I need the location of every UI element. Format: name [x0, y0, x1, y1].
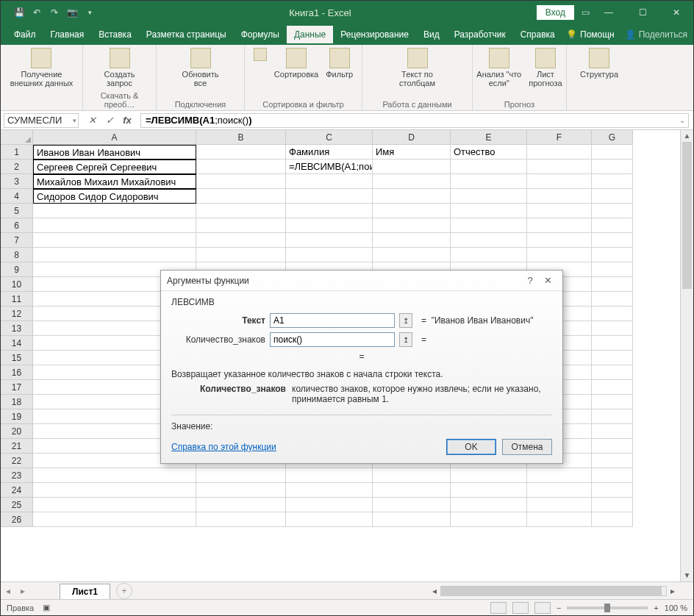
- cell-C24[interactable]: [286, 483, 373, 498]
- tab-formulas[interactable]: Формулы: [234, 26, 287, 43]
- cell-A8[interactable]: [33, 248, 196, 262]
- row-header-17[interactable]: 17: [1, 380, 33, 395]
- row-header-9[interactable]: 9: [1, 262, 33, 277]
- cell-E4[interactable]: [451, 189, 527, 204]
- cell-G17[interactable]: [592, 380, 633, 395]
- cell-A5[interactable]: [33, 204, 196, 218]
- what-if-button[interactable]: Анализ "что если": [476, 48, 521, 87]
- hscroll-thumb[interactable]: [441, 587, 662, 595]
- cell-F25[interactable]: [527, 498, 592, 512]
- cell-G20[interactable]: [592, 424, 633, 439]
- cell-E8[interactable]: [451, 248, 527, 262]
- cell-C8[interactable]: [286, 248, 373, 262]
- cell-F3[interactable]: [527, 174, 592, 189]
- cell-A4[interactable]: Сидоров Сидор Сидорович: [33, 189, 196, 204]
- col-header-B[interactable]: B: [196, 130, 286, 145]
- cell-D5[interactable]: [373, 204, 451, 218]
- row-header-15[interactable]: 15: [1, 351, 33, 365]
- cell-B5[interactable]: [196, 204, 286, 218]
- cell-G6[interactable]: [592, 218, 633, 233]
- cell-D6[interactable]: [373, 218, 451, 233]
- scroll-right-icon[interactable]: ▸: [667, 586, 679, 596]
- cell-G23[interactable]: [592, 468, 633, 483]
- namebox-dropdown-icon[interactable]: ▾: [73, 117, 76, 124]
- cell-F5[interactable]: [527, 204, 592, 218]
- cell-B6[interactable]: [196, 218, 286, 233]
- share-button[interactable]: 👤 Поделиться: [625, 29, 687, 40]
- cell-D1[interactable]: Имя: [373, 145, 451, 160]
- cell-F6[interactable]: [527, 218, 592, 233]
- vertical-scrollbar[interactable]: ▲ ▼: [680, 130, 693, 581]
- cell-B3[interactable]: [196, 174, 286, 189]
- dialog-titlebar[interactable]: Аргументы функции ? ✕: [161, 271, 562, 291]
- row-header-20[interactable]: 20: [1, 424, 33, 439]
- tab-scroll-first[interactable]: ◂: [1, 586, 15, 596]
- sheet-tab-1[interactable]: Лист1: [60, 584, 110, 599]
- tab-insert[interactable]: Вставка: [91, 26, 139, 43]
- cell-F1[interactable]: [527, 145, 592, 160]
- arg1-collapse-button[interactable]: ↥: [399, 313, 412, 328]
- cell-G5[interactable]: [592, 204, 633, 218]
- cell-G14[interactable]: [592, 336, 633, 351]
- cell-C6[interactable]: [286, 218, 373, 233]
- row-header-6[interactable]: 6: [1, 218, 33, 233]
- cell-F24[interactable]: [527, 483, 592, 498]
- cell-G10[interactable]: [592, 277, 633, 292]
- scroll-thumb[interactable]: [682, 142, 692, 289]
- horizontal-scrollbar[interactable]: ◂ ▸: [429, 586, 679, 596]
- row-header-4[interactable]: 4: [1, 189, 33, 204]
- normal-view-button[interactable]: [490, 602, 507, 614]
- row-header-3[interactable]: 3: [1, 174, 33, 189]
- cell-B24[interactable]: [196, 483, 286, 498]
- cell-A23[interactable]: [33, 468, 196, 483]
- row-header-16[interactable]: 16: [1, 365, 33, 380]
- cell-B8[interactable]: [196, 248, 286, 262]
- camera-icon[interactable]: 📷: [67, 7, 77, 18]
- cancel-formula-button[interactable]: ✕: [83, 113, 101, 128]
- cell-C25[interactable]: [286, 498, 373, 512]
- tab-help[interactable]: Справка: [513, 26, 562, 43]
- tab-data[interactable]: Данные: [287, 26, 333, 43]
- tab-view[interactable]: Вид: [416, 26, 447, 43]
- cell-E1[interactable]: Отчество: [451, 145, 527, 160]
- zoom-out-button[interactable]: −: [557, 604, 561, 612]
- new-sheet-button[interactable]: +: [116, 583, 132, 599]
- col-header-C[interactable]: C: [286, 130, 373, 145]
- save-icon[interactable]: 💾: [14, 7, 24, 18]
- cell-B23[interactable]: [196, 468, 286, 483]
- cell-B1[interactable]: [196, 145, 286, 160]
- cell-G24[interactable]: [592, 483, 633, 498]
- cell-C4[interactable]: [286, 189, 373, 204]
- cell-E23[interactable]: [451, 468, 527, 483]
- cell-G18[interactable]: [592, 395, 633, 409]
- tab-home[interactable]: Главная: [43, 26, 92, 43]
- function-help-link[interactable]: Справка по этой функции: [171, 442, 276, 452]
- cell-G15[interactable]: [592, 351, 633, 365]
- cell-E5[interactable]: [451, 204, 527, 218]
- cell-C5[interactable]: [286, 204, 373, 218]
- cell-G8[interactable]: [592, 248, 633, 262]
- cell-D8[interactable]: [373, 248, 451, 262]
- insert-function-button[interactable]: fx: [118, 113, 136, 128]
- cell-C7[interactable]: [286, 233, 373, 248]
- zoom-slider[interactable]: [567, 606, 648, 609]
- cell-G7[interactable]: [592, 233, 633, 248]
- redo-icon[interactable]: ↷: [49, 7, 60, 18]
- cell-C3[interactable]: [286, 174, 373, 189]
- cell-D4[interactable]: [373, 189, 451, 204]
- cell-G13[interactable]: [592, 321, 633, 336]
- arg2-input[interactable]: [270, 332, 395, 347]
- ok-button[interactable]: OK: [446, 439, 496, 455]
- arg1-input[interactable]: [270, 313, 395, 328]
- cell-A7[interactable]: [33, 233, 196, 248]
- cell-G4[interactable]: [592, 189, 633, 204]
- row-header-1[interactable]: 1: [1, 145, 33, 160]
- cell-C2[interactable]: =ЛЕВСИМВ(A1;поиск()): [286, 160, 373, 174]
- cell-G21[interactable]: [592, 439, 633, 454]
- cell-G12[interactable]: [592, 307, 633, 321]
- dialog-help-button[interactable]: ?: [521, 275, 539, 286]
- row-header-11[interactable]: 11: [1, 292, 33, 307]
- tab-review[interactable]: Рецензирование: [333, 26, 416, 43]
- row-header-8[interactable]: 8: [1, 248, 33, 262]
- cell-A1[interactable]: Иванов Иван Иванович: [33, 145, 196, 160]
